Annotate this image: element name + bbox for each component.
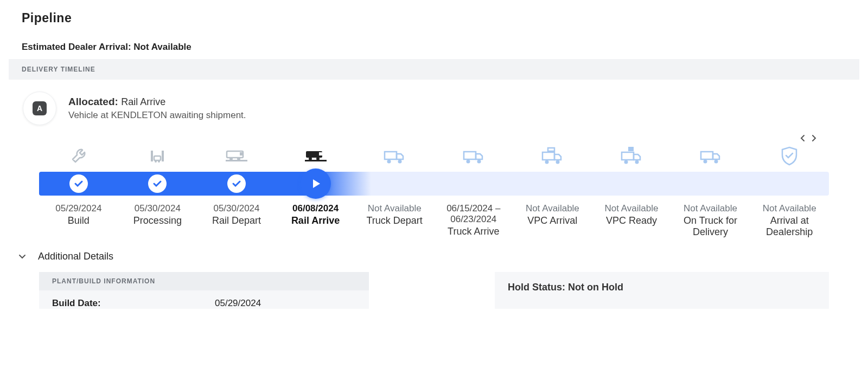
timeline-step-label: 06/08/2024Rail Arrive: [276, 202, 355, 239]
train-icon: [225, 146, 248, 166]
carwash-icon: [145, 146, 169, 166]
step-name: Arrival at Dealership: [752, 215, 827, 238]
svg-point-27: [624, 160, 628, 164]
check-icon: [148, 174, 167, 193]
status-title-prefix: Allocated:: [68, 96, 118, 107]
status-title: Allocated: Rail Arrive: [68, 96, 246, 108]
step-name: Processing: [120, 215, 195, 226]
play-icon: [301, 168, 331, 199]
timeline-step-label: Not AvailableVPC Arrival: [513, 202, 592, 239]
check-icon: [69, 174, 88, 193]
svg-rect-7: [226, 160, 247, 161]
hold-status-label: Hold Status:: [508, 282, 565, 293]
svg-rect-18: [464, 152, 476, 159]
wrench-icon: [67, 146, 91, 166]
svg-rect-12: [305, 160, 327, 161]
timeline-node[interactable]: [276, 168, 355, 199]
timeline-step-label: 06/15/2024 – 06/23/2024Truck Arrive: [434, 202, 513, 239]
step-name: Truck Depart: [357, 215, 432, 226]
shield-check-icon: [777, 146, 801, 166]
svg-rect-22: [542, 152, 554, 160]
svg-rect-6: [240, 152, 243, 155]
chevron-down-icon: [18, 252, 26, 262]
estimate-label: Estimated Dealer Arrival:: [22, 42, 131, 52]
timeline-node[interactable]: [39, 174, 118, 193]
hold-status-panel: Hold Status: Not on Hold: [495, 272, 829, 309]
step-name: Build: [41, 215, 116, 226]
check-icon: [227, 174, 246, 193]
timeline-step-label: 05/30/2024Rail Depart: [197, 202, 276, 239]
svg-point-20: [477, 160, 481, 164]
timeline-step-label: Not AvailableTruck Depart: [355, 202, 434, 239]
svg-point-9: [237, 157, 240, 160]
estimate-row: Estimated Dealer Arrival: Not Available: [22, 42, 846, 53]
truck-box-icon: [540, 146, 564, 166]
status-badge-letter: A: [33, 101, 47, 115]
additional-details-label: Additional Details: [38, 251, 113, 262]
timeline-step-icon: [750, 146, 829, 172]
chevron-left-icon: [800, 134, 806, 142]
train-dark-icon: [304, 146, 328, 166]
step-date: Not Available: [752, 203, 827, 214]
svg-point-3: [155, 160, 157, 163]
timeline-node[interactable]: [197, 174, 276, 193]
svg-rect-15: [385, 152, 397, 159]
delivery-timeline-section: DELIVERY TIMELINE A Allocated: Rail Arri…: [9, 59, 859, 309]
timeline-step-label: Not AvailableArrival at Dealership: [750, 202, 829, 239]
step-date: 05/30/2024: [199, 203, 274, 214]
plant-info-header: PLANT/BUILD INFORMATION: [39, 272, 369, 290]
svg-point-17: [398, 160, 402, 164]
svg-point-8: [229, 157, 233, 160]
svg-point-19: [466, 160, 470, 164]
step-date: Not Available: [357, 203, 432, 214]
timeline-nav: [9, 131, 859, 142]
timeline-step-icon: [671, 146, 750, 172]
step-date: Not Available: [673, 203, 748, 214]
details-body: PLANT/BUILD INFORMATION Build Date: 05/2…: [9, 272, 859, 309]
status-title-suffix: Rail Arrive: [121, 96, 165, 107]
timeline-step-icon: [513, 146, 592, 172]
timeline-next-button[interactable]: [809, 134, 818, 142]
timeline-step-icon: [118, 146, 197, 172]
timeline-step-label: Not AvailableOn Truck for Delivery: [671, 202, 750, 239]
svg-point-13: [309, 157, 312, 160]
plant-info-panel: PLANT/BUILD INFORMATION Build Date: 05/2…: [39, 272, 369, 309]
additional-details-toggle[interactable]: Additional Details: [9, 239, 859, 272]
svg-point-14: [316, 157, 320, 160]
svg-point-31: [714, 160, 718, 164]
step-date: 05/29/2024: [41, 203, 116, 214]
timeline: 05/29/2024Build05/30/2024Processing05/30…: [9, 142, 859, 239]
plant-info-row: Build Date: 05/29/2024: [39, 290, 369, 309]
page-title: Pipeline: [22, 11, 846, 25]
svg-rect-0: [151, 151, 153, 161]
svg-point-16: [387, 160, 391, 164]
timeline-step-icon: [197, 146, 276, 172]
step-date: 06/15/2024 – 06/23/2024: [436, 203, 511, 225]
build-date-value: 05/29/2024: [215, 298, 261, 309]
timeline-node[interactable]: [118, 174, 197, 193]
timeline-step-label: Not AvailableVPC Ready: [592, 202, 671, 239]
svg-point-4: [158, 160, 160, 163]
timeline-step-icon: [592, 146, 671, 172]
svg-rect-29: [701, 152, 713, 159]
timeline-prev-button[interactable]: [799, 134, 807, 142]
truck-icon: [462, 146, 486, 166]
chevron-right-icon: [811, 134, 816, 142]
step-name: VPC Arrival: [515, 215, 590, 226]
build-date-label: Build Date:: [52, 298, 215, 309]
step-date: Not Available: [594, 203, 669, 214]
status-badge: A: [23, 92, 56, 125]
svg-rect-11: [319, 152, 322, 155]
step-date: 05/30/2024: [120, 203, 195, 214]
estimate-value: Not Available: [133, 42, 191, 52]
timeline-step-label: 05/29/2024Build: [39, 202, 118, 239]
hold-status-value: Not on Hold: [568, 282, 623, 293]
step-name: Rail Arrive: [278, 215, 353, 226]
svg-rect-25: [628, 147, 634, 151]
step-name: Rail Depart: [199, 215, 274, 226]
svg-point-30: [703, 160, 707, 164]
step-name: VPC Ready: [594, 215, 669, 226]
truck-icon: [699, 146, 723, 166]
timeline-step-icon: [434, 146, 513, 172]
step-date: 06/08/2024: [278, 203, 353, 214]
